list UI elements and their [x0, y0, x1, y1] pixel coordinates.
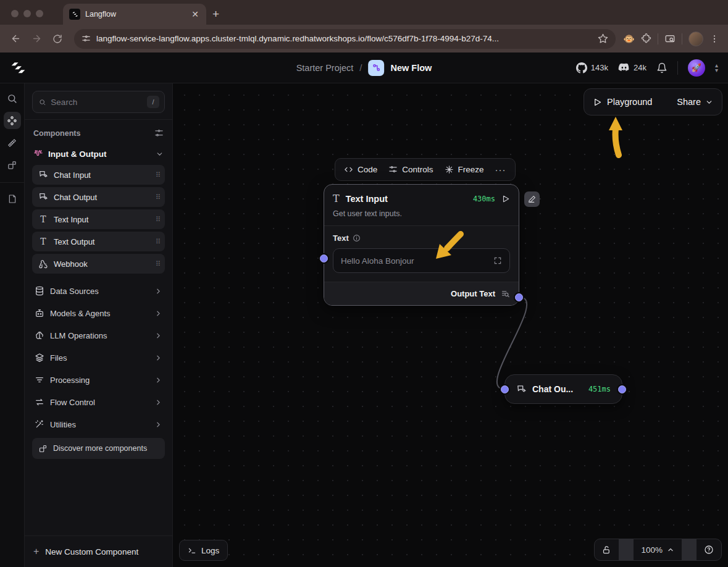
url-text[interactable]: langflow-service-langflow.apps.cluster-t… — [96, 34, 592, 43]
app-header: Starter Project / New Flow 143k 24k 🚀 ▴▾ — [0, 52, 728, 83]
category-processing[interactable]: Processing — [32, 369, 165, 391]
zoom-level-button[interactable]: 100% — [634, 539, 682, 560]
sidebar-filter-icon[interactable] — [154, 128, 164, 138]
account-chevron-icon[interactable]: ▴▾ — [715, 63, 718, 73]
bookmark-star-icon[interactable] — [598, 33, 608, 44]
browser-tab[interactable]: Langflow ✕ — [63, 4, 206, 25]
freeze-button[interactable]: Freeze — [445, 165, 484, 174]
lock-button[interactable] — [595, 539, 619, 560]
tab-search-icon[interactable] — [664, 33, 676, 44]
url-bar[interactable]: langflow-service-langflow.apps.cluster-t… — [74, 29, 616, 49]
rail-bundles-icon[interactable] — [4, 134, 21, 151]
text-input-node[interactable]: T Text Input 430ms Get user text inputs.… — [324, 184, 519, 306]
drag-handle-icon[interactable]: ⠿ — [156, 238, 160, 246]
forward-icon[interactable] — [27, 30, 46, 48]
inspect-output-icon[interactable] — [501, 289, 510, 298]
drag-handle-icon[interactable]: ⠿ — [156, 260, 160, 268]
chevron-up-icon — [667, 546, 674, 553]
code-button[interactable]: Code — [344, 165, 377, 174]
brain-icon — [35, 330, 44, 340]
group-input-output[interactable]: Input & Output — [32, 144, 165, 165]
input-handle[interactable] — [320, 254, 328, 262]
component-chat-output[interactable]: Chat Output ⠿ — [32, 187, 165, 207]
logs-button[interactable]: Logs — [179, 540, 228, 561]
breadcrumb-project[interactable]: Starter Project — [296, 63, 354, 73]
expand-icon[interactable] — [493, 256, 502, 265]
type-icon: T — [38, 237, 48, 246]
rail-components-icon[interactable] — [4, 112, 21, 129]
user-avatar[interactable]: 🚀 — [688, 59, 705, 77]
site-settings-icon[interactable] — [82, 34, 91, 43]
drag-handle-icon[interactable]: ⠿ — [156, 216, 160, 224]
tab-close-icon[interactable]: ✕ — [190, 9, 200, 19]
output-handle[interactable] — [515, 293, 523, 301]
component-webhook[interactable]: Webhook ⠿ — [32, 254, 165, 274]
notifications-bell-icon[interactable] — [656, 62, 667, 74]
database-icon — [35, 286, 44, 296]
discover-more-button[interactable]: Discover more components — [32, 438, 165, 459]
share-button[interactable]: Share — [677, 97, 713, 107]
drag-handle-icon[interactable]: ⠿ — [156, 193, 160, 201]
info-icon — [353, 234, 361, 242]
rail-blocks-icon[interactable] — [4, 156, 21, 174]
component-text-output[interactable]: T Text Output ⠿ — [32, 232, 165, 251]
github-count: 143k — [591, 63, 608, 72]
chat-output-node[interactable]: Chat Ou... 451ms — [504, 374, 622, 404]
output-handle[interactable] — [618, 385, 626, 393]
drag-handle-icon[interactable]: ⠿ — [156, 171, 160, 179]
category-models-agents[interactable]: Models & Agents — [32, 302, 165, 324]
rail-search-icon[interactable] — [4, 90, 21, 107]
component-text-input[interactable]: T Text Input ⠿ — [32, 209, 165, 229]
type-icon: T — [38, 214, 48, 224]
rail-notes-icon[interactable] — [4, 190, 21, 208]
browser-profile-avatar[interactable] — [688, 32, 703, 46]
new-custom-component-label: New Custom Component — [45, 547, 138, 556]
group-label: Input & Output — [48, 149, 106, 159]
component-label: Text Input — [54, 215, 88, 224]
edit-note-button[interactable] — [524, 191, 540, 207]
browser-menu-icon[interactable] — [709, 34, 719, 44]
category-flow-control[interactable]: Flow Control — [32, 391, 165, 413]
category-utilities[interactable]: Utilities — [32, 413, 165, 435]
category-files[interactable]: Files — [32, 346, 165, 369]
flow-name[interactable]: New Flow — [390, 63, 432, 73]
plus-icon: + — [33, 546, 39, 557]
extensions-puzzle-icon[interactable] — [641, 33, 651, 44]
category-label: LLM Operations — [50, 331, 107, 340]
component-label: Text Output — [54, 237, 94, 246]
category-label: Processing — [50, 376, 90, 385]
run-node-play-icon[interactable] — [501, 195, 510, 203]
github-stars[interactable]: 143k — [576, 62, 608, 74]
back-icon[interactable] — [6, 30, 25, 48]
help-button[interactable] — [697, 539, 721, 560]
new-custom-component-button[interactable]: + New Custom Component — [32, 544, 165, 560]
category-label: Files — [50, 353, 67, 363]
window-controls[interactable] — [0, 10, 54, 25]
controls-button[interactable]: Controls — [388, 165, 433, 174]
text-field[interactable] — [333, 248, 510, 273]
reload-icon[interactable] — [48, 30, 67, 48]
node-duration-badge: 451ms — [588, 385, 611, 393]
close-window-button[interactable] — [11, 10, 19, 17]
divider — [677, 61, 678, 75]
flow-canvas[interactable]: Playground Share Code Controls — [173, 83, 728, 567]
discord-stat[interactable]: 24k — [618, 63, 646, 72]
search-shortcut-badge: / — [147, 96, 159, 108]
search-input[interactable] — [51, 98, 142, 107]
extension-emoji-icon[interactable]: 🐵 — [623, 33, 635, 44]
new-tab-button[interactable]: + — [206, 7, 228, 25]
input-handle[interactable] — [501, 385, 509, 393]
component-chat-input[interactable]: Chat Input ⠿ — [32, 165, 165, 185]
minimize-window-button[interactable] — [23, 10, 31, 17]
playground-button[interactable]: Playground — [593, 97, 652, 107]
langflow-logo[interactable] — [10, 60, 26, 76]
category-llm-operations[interactable]: LLM Operations — [32, 324, 165, 346]
chevron-down-icon[interactable] — [156, 150, 164, 158]
maximize-window-button[interactable] — [36, 10, 43, 17]
node-more-menu-icon[interactable]: ··· — [495, 164, 506, 175]
search-box[interactable]: / — [32, 91, 165, 113]
text-field-input[interactable] — [341, 256, 488, 266]
blocks-icon — [38, 444, 48, 453]
category-data-sources[interactable]: Data Sources — [32, 280, 165, 302]
browser-tabstrip: Langflow ✕ + — [0, 0, 728, 25]
